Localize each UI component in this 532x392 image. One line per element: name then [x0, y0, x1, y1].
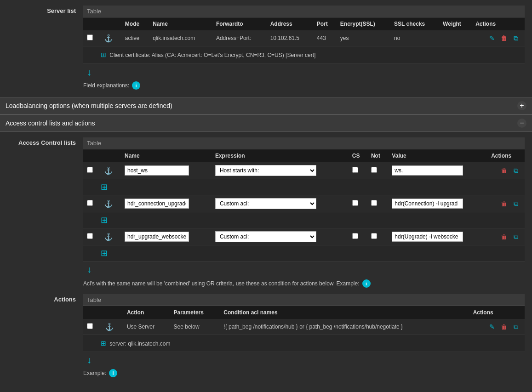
acl-delete-icon-2[interactable]: 🗑: [499, 199, 509, 209]
server-row-port: 443: [313, 30, 337, 46]
acl-row3-cs: [349, 228, 367, 245]
action-expand-icon[interactable]: ⊞: [101, 340, 106, 347]
acl-row3-add-cell: ⊞: [83, 245, 525, 261]
acl-cs-checkbox-1[interactable]: [352, 167, 358, 173]
acl-copy-icon-1[interactable]: ⧉: [511, 165, 521, 176]
acl-col-name: Name: [121, 149, 212, 162]
acl-row2-not: [367, 195, 388, 212]
acl-row1-checkbox[interactable]: [87, 167, 93, 173]
acl-row2-add-cell: ⊞: [83, 212, 525, 228]
acl-expression-select-1[interactable]: Host starts with: Custom acl:: [215, 165, 316, 176]
acl-cs-checkbox-2[interactable]: [352, 200, 358, 206]
server-delete-icon[interactable]: 🗑: [499, 33, 509, 43]
acl-value-input-1[interactable]: [392, 165, 463, 176]
acl-anchor-icon-2: ⚓: [104, 200, 113, 208]
col-actions: Actions: [472, 17, 525, 30]
actions-table-heading: Table: [83, 294, 525, 306]
actions-table-container: Table Action Parameters Condition acl na…: [83, 294, 525, 379]
acl-section-content: Access Control lists Table Name Expressi…: [0, 132, 532, 385]
acl-add-icon-after-3[interactable]: ⊞: [101, 248, 108, 258]
acl-name-input-2[interactable]: [125, 199, 189, 209]
acl-name-input-1[interactable]: [125, 165, 189, 176]
field-exp-info-icon[interactable]: i: [132, 81, 140, 90]
action-delete-icon-1[interactable]: 🗑: [499, 322, 509, 332]
col-port: Port: [313, 17, 337, 30]
actions-table: Action Parameters Condition acl names Ac…: [83, 306, 525, 352]
acl-row3-value: [388, 228, 487, 245]
act-col-check: [83, 306, 101, 319]
server-copy-icon[interactable]: ⧉: [511, 33, 521, 43]
acl-expression-select-3[interactable]: Custom acl: Host starts with:: [215, 231, 316, 242]
cert-label: Client certificate:: [109, 52, 150, 58]
act-col-actions: Actions: [469, 306, 525, 319]
acl-note-info-icon[interactable]: i: [362, 279, 371, 288]
acl-not-checkbox-3[interactable]: [371, 233, 377, 239]
acl-row-3: ⚓ Custom acl: Host starts with:: [83, 228, 525, 245]
condition-text-1: !{ path_beg /notifications/hub } or { pa…: [223, 324, 403, 330]
action-row1-anchor: ⚓: [101, 319, 123, 335]
acl-action-icons-3: 🗑 ⧉: [491, 232, 521, 242]
acl-not-checkbox-1[interactable]: [371, 167, 377, 173]
acl-section-header[interactable]: Access control lists and actions −: [0, 114, 532, 132]
action-checkbox-1[interactable]: [87, 323, 93, 329]
acl-expression-select-2[interactable]: Custom acl: Host starts with:: [215, 198, 316, 209]
acl-action-icons-2: 🗑 ⧉: [491, 199, 521, 209]
acl-row-3-add: ⊞: [83, 245, 525, 261]
acl-row1-expression: Host starts with: Custom acl:: [212, 162, 349, 179]
action-row1-params: See below: [170, 319, 220, 335]
cert-expand-icon[interactable]: ⊞: [101, 51, 106, 58]
actions-label: Actions: [7, 294, 83, 379]
acl-row2-check: [83, 195, 100, 212]
acl-cs-checkbox-3[interactable]: [352, 233, 358, 239]
server-row-name: qlik.insatech.com: [149, 30, 212, 46]
acl-anchor-icon-1: ⚓: [104, 167, 113, 175]
act-col-params: Parameters: [170, 306, 220, 319]
acl-name-input-3[interactable]: [125, 232, 189, 242]
loadbalancing-header[interactable]: Loadbalancing options (when multiple ser…: [0, 97, 532, 114]
example-info-icon[interactable]: i: [109, 369, 117, 377]
server-checkbox[interactable]: [87, 34, 93, 40]
server-edit-icon[interactable]: ✎: [487, 33, 497, 43]
acl-note: Acl's with the same name will be 'combin…: [83, 276, 525, 290]
server-list-header-row: Mode Name Forwardto Address Port Encrypt…: [83, 17, 525, 30]
action-row1-action: Use Server: [123, 319, 170, 335]
acl-add-icon-after-2[interactable]: ⊞: [101, 215, 108, 225]
acl-down-arrow: ↓: [87, 264, 525, 275]
col-mode: Mode: [121, 17, 149, 30]
acl-col-value: Value: [388, 149, 487, 162]
server-row-encrypt: yes: [337, 30, 390, 46]
action-copy-icon-1[interactable]: ⧉: [511, 322, 521, 332]
acl-delete-icon-1[interactable]: 🗑: [499, 165, 509, 176]
action-anchor-icon-1: ⚓: [105, 323, 114, 331]
action-row1-condition: !{ path_beg /notifications/hub } or { pa…: [220, 319, 469, 335]
acl-col-expression: Expression: [212, 149, 349, 162]
action-server-detail: server: qlik.insatech.com: [109, 341, 170, 347]
acl-section: Access control lists and actions − Acces…: [0, 114, 532, 385]
acl-row2-name: [121, 195, 212, 212]
loadbalancing-title: Loadbalancing options (when multiple ser…: [6, 102, 172, 109]
acl-value-input-2[interactable]: [392, 199, 463, 209]
loadbalancing-section: Loadbalancing options (when multiple ser…: [0, 97, 532, 114]
cert-container: ⊞ Client certificate: Alias (CA: Acmecer…: [87, 49, 521, 60]
acl-row3-checkbox[interactable]: [87, 233, 93, 239]
acl-row1-add-cell: ⊞: [83, 179, 525, 195]
acl-section-toggle[interactable]: −: [517, 119, 526, 128]
loadbalancing-toggle[interactable]: +: [517, 101, 526, 110]
acl-row2-checkbox[interactable]: [87, 200, 93, 206]
acl-add-icon-after-1[interactable]: ⊞: [101, 182, 108, 192]
acl-label: Access Control lists: [7, 137, 83, 290]
action-edit-icon-1[interactable]: ✎: [487, 322, 497, 332]
act-col-anchor: [101, 306, 123, 319]
acl-table-container: Table Name Expression CS Not Value: [83, 137, 525, 290]
server-row-actions: ✎ 🗑 ⧉: [472, 30, 525, 46]
acl-row2-cs: [349, 195, 367, 212]
acl-value-input-3[interactable]: [392, 232, 463, 242]
acl-row2-expression: Custom acl: Host starts with:: [212, 195, 349, 212]
acl-copy-icon-2[interactable]: ⧉: [511, 199, 521, 209]
actions-labeled: Actions Table Action Parameters Conditio…: [7, 294, 525, 379]
acl-copy-icon-3[interactable]: ⧉: [511, 232, 521, 242]
acl-row1-cs: [349, 162, 367, 179]
acl-delete-icon-3[interactable]: 🗑: [499, 232, 509, 242]
server-row-weight: [439, 30, 472, 46]
acl-not-checkbox-2[interactable]: [371, 200, 377, 206]
